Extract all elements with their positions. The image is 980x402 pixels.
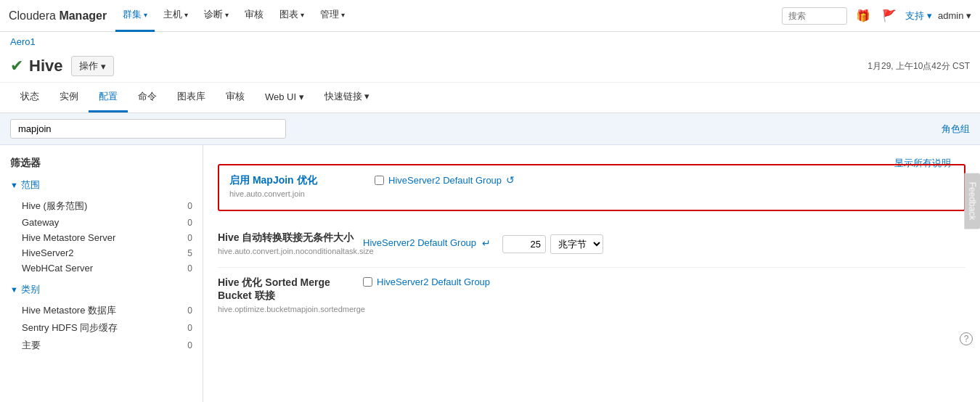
sidebar-section-scope: ▼ 范围 Hive (服务范围) 0 Gateway 0 Hive Metast… — [10, 179, 192, 276]
tab-commands[interactable]: 命令 — [128, 83, 167, 112]
topnav: Cloudera Manager 群集 ▾ 主机 ▾ 诊断 ▾ 审核 图表 ▾ … — [0, 0, 980, 32]
service-timestamp: 1月29, 上午10点42分 CST — [867, 60, 970, 73]
admin-menu[interactable]: admin ▾ — [938, 10, 971, 21]
content-area: 筛选器 ▼ 范围 Hive (服务范围) 0 Gateway 0 Hive Me… — [0, 145, 980, 402]
help-icon-1[interactable]: ? — [960, 332, 973, 345]
topnav-menu: 群集 ▾ 主机 ▾ 诊断 ▾ 审核 图表 ▾ 管理 ▾ — [115, 0, 779, 32]
tab-audit[interactable]: 审核 — [216, 83, 255, 112]
sidebar-item-hive-metastore-db[interactable]: Hive Metastore 数据库 0 — [10, 302, 192, 319]
config-item-mapjoin-row: 启用 MapJoin 优化 hive.auto.convert.join Hiv… — [229, 174, 954, 198]
tab-config[interactable]: 配置 — [89, 83, 128, 112]
gift-icon[interactable]: 🎁 — [853, 6, 873, 25]
sidebar: 筛选器 ▼ 范围 Hive (服务范围) 0 Gateway 0 Hive Me… — [0, 145, 203, 402]
topnav-item-charts[interactable]: 图表 ▾ — [272, 0, 311, 32]
sortedmerge-group-label[interactable]: HiveServer2 Default Group — [377, 276, 490, 287]
tab-chart-lib[interactable]: 图表库 — [167, 83, 216, 112]
tab-quicklinks[interactable]: 快速链接 ▾ — [314, 83, 380, 112]
noconditional-unit-select[interactable]: 兆字节千字节字节 — [550, 234, 603, 254]
sidebar-item-hiveserver2[interactable]: HiveServer2 5 — [10, 245, 192, 261]
sidebar-title: 筛选器 — [10, 157, 192, 170]
brand-logo: Cloudera Manager — [9, 9, 107, 22]
sidebar-section-category-header[interactable]: ▼ 类别 — [10, 283, 192, 296]
chevron-down-icon: ▾ — [927, 10, 932, 21]
checkbox-group-sortedmerge: HiveServer2 Default Group — [363, 276, 490, 287]
config-item-left-3: Hive 优化 Sorted Merge Bucket 联接 hive.opti… — [218, 276, 363, 313]
breadcrumb[interactable]: Aero1 — [0, 32, 980, 52]
chevron-down-icon: ▾ — [299, 91, 304, 102]
mapjoin-checkbox[interactable] — [375, 176, 384, 185]
search-bar: 角色组 — [0, 113, 980, 145]
subtabs: 状态 实例 配置 命令 图表库 审核 Web UI ▾ 快速链接 ▾ — [0, 83, 980, 113]
chevron-down-icon: ▾ — [966, 10, 971, 21]
service-header: ✔ Hive 操作 ▾ 1月29, 上午10点42分 CST — [0, 52, 980, 83]
service-title: Hive — [29, 57, 62, 75]
sidebar-item-gateway[interactable]: Gateway 0 — [10, 215, 192, 230]
config-item-left-2: Hive 自动转换联接无条件大小 hive.auto.convert.join.… — [218, 231, 363, 255]
chevron-down-icon: ▾ — [341, 11, 345, 19]
sidebar-item-sentry-hdfs[interactable]: Sentry HDFS 同步缓存 0 — [10, 319, 192, 337]
arrow-back-icon[interactable]: ↵ — [482, 237, 491, 249]
config-item-key-sortedmerge: hive.optimize.bucketmapjoin.sortedmerge — [218, 305, 363, 313]
reload-icon[interactable]: ↺ — [506, 174, 515, 186]
topnav-item-host[interactable]: 主机 ▾ — [156, 0, 195, 32]
chevron-down-icon: ▾ — [301, 11, 304, 19]
topnav-right: 🎁 🚩 支持 ▾ admin ▾ — [782, 6, 971, 25]
config-item-right-sortedmerge: HiveServer2 Default Group — [363, 276, 965, 287]
action-button[interactable]: 操作 ▾ — [71, 56, 114, 76]
config-item-mapjoin: 启用 MapJoin 优化 hive.auto.convert.join Hiv… — [218, 164, 965, 211]
topnav-search-input[interactable] — [782, 7, 847, 25]
sidebar-item-main[interactable]: 主要 0 — [10, 337, 192, 354]
role-group-link[interactable]: 角色组 — [942, 123, 970, 136]
sidebar-section-category: ▼ 类别 Hive Metastore 数据库 0 Sentry HDFS 同步… — [10, 283, 192, 354]
chevron-down-icon: ▾ — [364, 91, 369, 102]
tab-status[interactable]: 状态 — [10, 83, 49, 112]
config-item-left: 启用 MapJoin 优化 hive.auto.convert.join — [229, 174, 375, 198]
tab-webui[interactable]: Web UI ▾ — [255, 84, 314, 112]
feedback-tab[interactable]: Feedback — [965, 173, 980, 229]
service-status-icon: ✔ — [10, 57, 23, 75]
chevron-down-icon: ▾ — [144, 11, 147, 19]
topnav-item-manage[interactable]: 管理 ▾ — [313, 0, 352, 32]
brand-bold: Manager — [59, 9, 107, 22]
sortedmerge-checkbox[interactable] — [363, 277, 372, 287]
config-item-sortedmerge-row: Hive 优化 Sorted Merge Bucket 联接 hive.opti… — [218, 276, 965, 313]
support-menu[interactable]: 支持 ▾ — [905, 9, 932, 22]
config-item-label-sortedmerge: Hive 优化 Sorted Merge Bucket 联接 — [218, 276, 363, 303]
brand-plain: Cloudera — [9, 9, 56, 22]
chevron-down-icon: ▾ — [184, 11, 188, 19]
sidebar-item-hive-metastore[interactable]: Hive Metastore Server 0 — [10, 230, 192, 245]
noconditional-value-input[interactable] — [502, 235, 546, 253]
checkbox-group-mapjoin: HiveServer2 Default Group ↺ — [375, 174, 515, 186]
main-config: 显示所有说明 启用 MapJoin 优化 hive.auto.convert.j… — [203, 145, 980, 402]
config-search-input[interactable] — [10, 119, 286, 139]
tab-instances[interactable]: 实例 — [49, 83, 89, 112]
noconditional-group-label: HiveServer2 Default Group — [363, 237, 476, 248]
chevron-down-icon: ▾ — [225, 11, 229, 19]
config-item-noconditional-row: Hive 自动转换联接无条件大小 hive.auto.convert.join.… — [218, 231, 965, 255]
config-item-key-mapjoin: hive.auto.convert.join — [229, 189, 375, 198]
config-item-label-mapjoin[interactable]: 启用 MapJoin 优化 — [229, 174, 375, 187]
chevron-down-icon: ▼ — [10, 181, 18, 189]
topnav-item-audit[interactable]: 审核 — [237, 0, 271, 32]
config-item-label-noconditional: Hive 自动转换联接无条件大小 — [218, 231, 363, 245]
chevron-down-icon: ▾ — [101, 61, 106, 72]
topnav-item-cluster[interactable]: 群集 ▾ — [115, 0, 155, 32]
flag-icon[interactable]: 🚩 — [879, 6, 899, 25]
topnav-item-diagnostics[interactable]: 诊断 ▾ — [197, 0, 236, 32]
mapjoin-group-label[interactable]: HiveServer2 Default Group — [388, 175, 502, 186]
sidebar-section-scope-header[interactable]: ▼ 范围 — [10, 179, 192, 192]
config-item-right-noconditional: HiveServer2 Default Group ↵ 兆字节千字节字节 — [363, 231, 965, 254]
sidebar-item-webhcat[interactable]: WebHCat Server 0 — [10, 261, 192, 276]
chevron-down-icon: ▼ — [10, 285, 18, 294]
config-item-right-mapjoin: HiveServer2 Default Group ↺ — [375, 174, 954, 186]
config-item-noconditional: Hive 自动转换联接无条件大小 hive.auto.convert.join.… — [218, 223, 965, 268]
sidebar-item-hive-service[interactable]: Hive (服务范围) 0 — [10, 197, 192, 215]
config-item-sortedmerge: Hive 优化 Sorted Merge Bucket 联接 hive.opti… — [218, 268, 965, 325]
config-item-key-noconditional: hive.auto.convert.join.noconditionaltask… — [218, 247, 363, 255]
